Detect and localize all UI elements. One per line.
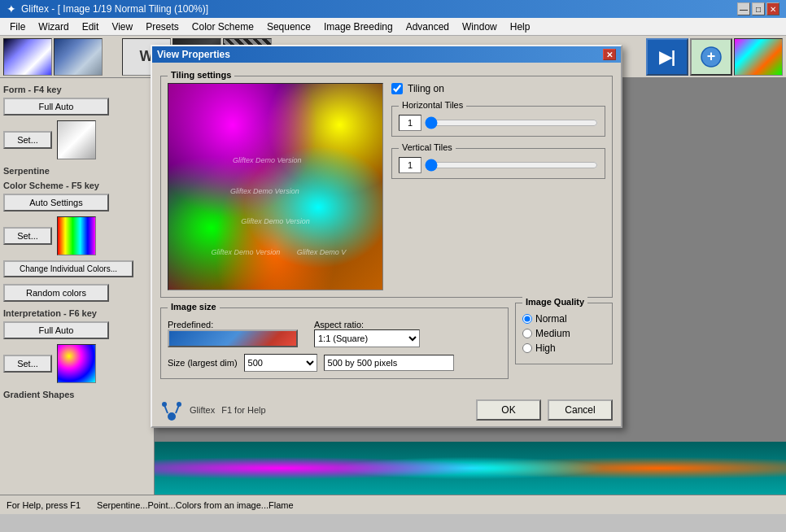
size-row: Size (largest dim) 500 256 512 1024 500 … bbox=[168, 354, 501, 372]
menu-file[interactable]: File bbox=[3, 20, 32, 34]
horizontal-tiles-slider[interactable] bbox=[425, 116, 598, 129]
toolbar-thumb-1[interactable] bbox=[3, 38, 52, 76]
toolbar-thumb-last[interactable] bbox=[734, 38, 783, 76]
demo-watermark-4: Gliftex Demo Version bbox=[212, 248, 281, 256]
color-scheme-thumbnail bbox=[57, 216, 96, 255]
maximize-button[interactable]: □ bbox=[752, 2, 765, 15]
predefined-aspect-row: Predefined: Aspect ratio: 1:1 (Square) 4… bbox=[168, 320, 501, 347]
footer-app-name: Gliftex bbox=[190, 405, 215, 415]
toolbar-nav-button[interactable]: ▶| bbox=[646, 38, 688, 76]
tiling-on-row: Tiling on bbox=[391, 83, 605, 94]
quality-normal-row: Normal bbox=[522, 313, 605, 325]
app-icon: ✦ bbox=[7, 2, 16, 15]
color-scheme-set-button[interactable]: Set... bbox=[3, 227, 52, 245]
image-size-label: Image size bbox=[168, 302, 220, 312]
quality-medium-row: Medium bbox=[522, 328, 605, 339]
vertical-tiles-input[interactable] bbox=[399, 157, 421, 173]
vertical-tiles-slider[interactable] bbox=[425, 159, 598, 172]
form-thumbnail bbox=[57, 120, 96, 159]
menu-wizard[interactable]: Wizard bbox=[32, 20, 75, 34]
aspect-label: Aspect ratio: bbox=[314, 320, 420, 329]
menu-color-scheme[interactable]: Color Scheme bbox=[186, 20, 260, 34]
vertical-tiles-label: Vertical Tiles bbox=[399, 142, 456, 152]
size-display: 500 by 500 pixels bbox=[324, 355, 454, 371]
quality-high-row: High bbox=[522, 342, 605, 354]
menu-bar: File Wizard Edit View Presets Color Sche… bbox=[0, 18, 786, 36]
image-quality-group: Image Quality Normal Medium High bbox=[515, 303, 613, 364]
quality-normal-label: Normal bbox=[535, 313, 567, 325]
tiling-on-checkbox[interactable] bbox=[391, 83, 403, 94]
title-bar-controls: — □ ✕ bbox=[737, 2, 779, 15]
quality-high-label: High bbox=[535, 342, 556, 354]
menu-sequence[interactable]: Sequence bbox=[260, 20, 317, 34]
status-help: For Help, press F1 bbox=[7, 500, 81, 510]
predefined-dropdown[interactable] bbox=[168, 329, 298, 347]
interpretation-thumbnail bbox=[57, 344, 96, 383]
menu-image-breeding[interactable]: Image Breeding bbox=[317, 20, 400, 34]
window-title: Gliftex - [ Image 1/19 Normal Tiling (10… bbox=[21, 3, 208, 15]
status-bar: For Help, press F1 Serpentine...Point...… bbox=[0, 495, 786, 514]
vertical-tiles-row bbox=[399, 157, 598, 173]
tiling-settings-label: Tiling settings bbox=[168, 70, 234, 80]
menu-presets[interactable]: Presets bbox=[139, 20, 186, 34]
ok-button[interactable]: OK bbox=[476, 399, 541, 421]
demo-watermark-2: Gliftex Demo Version bbox=[230, 187, 299, 195]
toolbar-add-button[interactable]: + bbox=[690, 38, 732, 76]
interpretation-label: Interpretation - F6 key bbox=[3, 308, 151, 318]
menu-edit[interactable]: Edit bbox=[76, 20, 106, 34]
size-quality-row: Image size Predefined: Aspect ratio: 1:1… bbox=[160, 303, 613, 384]
tiling-controls: Tiling on Horizontal Tiles V bbox=[391, 83, 605, 290]
modal-close-button[interactable]: ✕ bbox=[603, 49, 616, 60]
interpretation-button[interactable]: Full Auto bbox=[3, 321, 109, 339]
footer-left: Gliftex F1 for Help bbox=[160, 399, 266, 421]
horizontal-tiles-input[interactable] bbox=[399, 115, 421, 131]
interpretation-set-button[interactable]: Set... bbox=[3, 355, 52, 373]
image-quality-label: Image Quality bbox=[522, 297, 587, 307]
menu-view[interactable]: View bbox=[105, 20, 139, 34]
tiling-settings-group: Tiling settings Gliftex Demo Version Gli… bbox=[160, 76, 613, 298]
quality-high-radio[interactable] bbox=[522, 343, 532, 353]
color-scheme-button[interactable]: Auto Settings bbox=[3, 194, 109, 211]
demo-watermark-5: Gliftex Demo V bbox=[297, 248, 347, 256]
footer-help-text: F1 for Help bbox=[221, 405, 265, 415]
form-section-label: Form - F4 key bbox=[3, 85, 151, 94]
demo-watermark-3: Gliftex Demo Version bbox=[233, 156, 302, 164]
svg-point-5 bbox=[162, 402, 167, 407]
random-colors-button[interactable]: Random colors bbox=[3, 284, 109, 302]
size-label: Size (largest dim) bbox=[168, 358, 238, 368]
aspect-col: Aspect ratio: 1:1 (Square) 4:3 16:9 3:2 bbox=[314, 320, 420, 347]
menu-advanced[interactable]: Advanced bbox=[400, 20, 456, 34]
minimize-button[interactable]: — bbox=[737, 2, 750, 15]
quality-normal-radio[interactable] bbox=[522, 314, 532, 324]
tiling-on-label: Tiling on bbox=[408, 83, 444, 94]
svg-point-6 bbox=[177, 402, 181, 407]
tiling-content: Gliftex Demo Version Gliftex Demo Versio… bbox=[168, 83, 605, 290]
status-info: Serpentine...Point...Colors from an imag… bbox=[97, 500, 294, 510]
tiling-preview: Gliftex Demo Version Gliftex Demo Versio… bbox=[168, 83, 383, 290]
canvas-bottom-strip bbox=[155, 442, 786, 495]
horizontal-tiles-row bbox=[399, 115, 598, 131]
toolbar-thumb-2[interactable] bbox=[54, 38, 103, 76]
vertical-tiles-group: Vertical Tiles bbox=[391, 148, 605, 179]
change-colors-button[interactable]: Change Individual Colors... bbox=[3, 260, 133, 277]
aspect-ratio-select[interactable]: 1:1 (Square) 4:3 16:9 3:2 bbox=[314, 329, 420, 347]
footer-buttons: OK Cancel bbox=[476, 399, 613, 421]
menu-help[interactable]: Help bbox=[504, 20, 537, 34]
svg-point-2 bbox=[168, 412, 176, 421]
form-value-button[interactable]: Full Auto bbox=[3, 98, 109, 116]
quality-medium-radio[interactable] bbox=[522, 329, 532, 338]
horizontal-tiles-group: Horizontal Tiles bbox=[391, 106, 605, 137]
modal-footer: Gliftex F1 for Help OK Cancel bbox=[152, 394, 621, 426]
quality-medium-label: Medium bbox=[535, 328, 570, 339]
serpentine-label: Serpentine bbox=[3, 166, 151, 176]
form-set-button[interactable]: Set... bbox=[3, 131, 52, 149]
svg-text:+: + bbox=[707, 48, 716, 64]
size-select[interactable]: 500 256 512 1024 bbox=[244, 354, 317, 372]
color-scheme-label: Color Scheme - F5 key bbox=[3, 181, 151, 190]
modal-body: Tiling settings Gliftex Demo Version Gli… bbox=[152, 63, 621, 392]
title-bar-left: ✦ Gliftex - [ Image 1/19 Normal Tiling (… bbox=[7, 2, 208, 15]
menu-window[interactable]: Window bbox=[456, 20, 504, 34]
view-properties-dialog: View Properties ✕ Tiling settings Glifte… bbox=[151, 45, 622, 428]
close-button[interactable]: ✕ bbox=[766, 2, 779, 15]
cancel-button[interactable]: Cancel bbox=[548, 399, 613, 421]
